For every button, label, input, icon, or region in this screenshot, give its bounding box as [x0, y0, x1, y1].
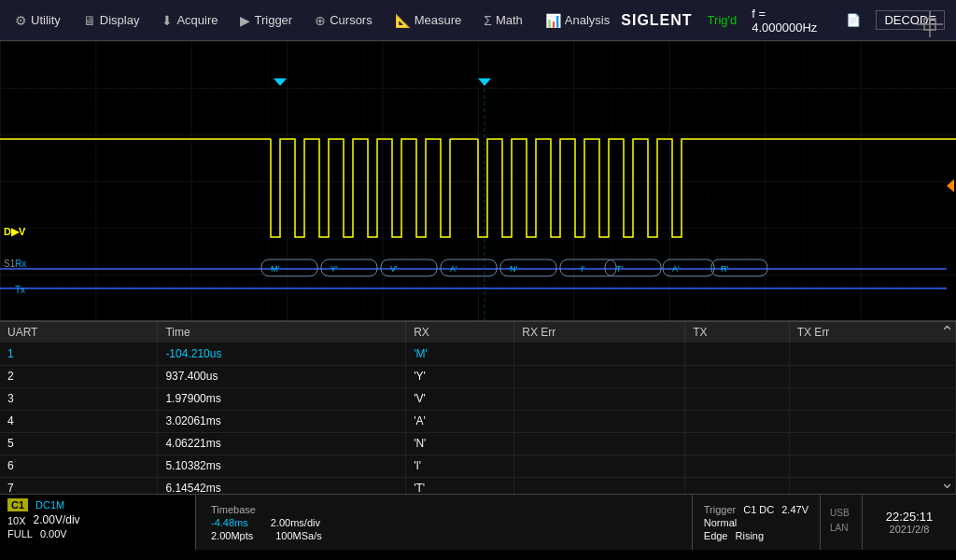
- page-icon: 📄: [846, 13, 861, 27]
- table-cell-3-1: 3.02061ms: [158, 410, 406, 432]
- table-cell-1-4: [685, 365, 790, 387]
- table-cell-2-4: [685, 387, 790, 410]
- menu-acquire[interactable]: ⬇ Acquire: [150, 9, 229, 32]
- menu-display[interactable]: 🖥 Display: [72, 9, 151, 32]
- ch1-full: FULL: [7, 528, 33, 539]
- svg-text:Tx: Tx: [15, 285, 25, 295]
- math-icon: Σ: [484, 13, 492, 28]
- table-cell-4-3: [514, 432, 685, 455]
- table-cell-5-5: [789, 455, 955, 477]
- freq-display: f = 4.000000Hz: [752, 7, 831, 35]
- table-cell-6-4: [685, 477, 790, 494]
- data-table-section: UART Time RX RX Err TX TX Err 1-104.210u…: [0, 321, 956, 494]
- table-cell-6-1: 6.14542ms: [158, 477, 406, 494]
- math-label: Math: [496, 13, 523, 27]
- ch1-crosshair: [913, 7, 947, 41]
- scroll-down-button[interactable]: ⌄: [940, 471, 954, 494]
- col-tx-err: TX Err: [789, 322, 955, 343]
- col-rx-err: RX Err: [514, 322, 685, 343]
- table-row: 54.06221ms'N': [0, 432, 956, 455]
- clock-area: 22:25:11 2021/2/8: [863, 495, 956, 550]
- ch1-coupling: DC1M: [35, 499, 64, 511]
- display-label: Display: [100, 13, 140, 27]
- svg-text:USB: USB: [830, 508, 850, 518]
- table-cell-2-2: 'V': [406, 387, 514, 410]
- table-cell-1-0: 2: [0, 365, 158, 387]
- cursors-label: Cursors: [330, 13, 373, 27]
- svg-text:A': A': [672, 264, 680, 273]
- svg-text:D▶V: D▶V: [4, 226, 26, 237]
- table-cell-3-0: 4: [0, 410, 158, 432]
- svg-text:I': I': [581, 264, 585, 273]
- connection-icons: USB LAN: [821, 495, 863, 550]
- trigger-mode: Normal: [704, 517, 737, 528]
- menu-measure[interactable]: 📐 Measure: [384, 9, 473, 32]
- trigger-level-label: C1 DC: [743, 504, 774, 515]
- table-cell-1-2: 'Y': [406, 365, 514, 387]
- table-cell-0-1: -104.210us: [158, 343, 406, 365]
- table-cell-5-3: [514, 455, 685, 477]
- data-table: UART Time RX RX Err TX TX Err 1-104.210u…: [0, 322, 956, 494]
- brand-name: SIGLENT: [621, 12, 692, 29]
- table-cell-0-2: 'M': [406, 343, 514, 365]
- table-cell-1-5: [789, 365, 955, 387]
- analysis-label: Analysis: [565, 13, 610, 27]
- table-cell-5-1: 5.10382ms: [158, 455, 406, 477]
- timebase-label: Timebase: [211, 504, 256, 515]
- table-row: 1-104.210us'M': [0, 343, 956, 365]
- table-cell-2-5: [789, 387, 955, 410]
- svg-text:T': T': [616, 264, 623, 273]
- table-cell-4-4: [685, 432, 790, 455]
- ch1-probe: 10X: [7, 515, 26, 526]
- svg-text:V': V': [390, 264, 398, 273]
- measure-icon: 📐: [395, 13, 411, 28]
- svg-text:Y': Y': [330, 264, 338, 273]
- table-row: 43.02061ms'A': [0, 410, 956, 432]
- utility-icon: ⚙: [15, 13, 27, 28]
- table-cell-2-0: 3: [0, 387, 158, 410]
- menu-analysis[interactable]: 📊 Analysis: [534, 9, 621, 32]
- scope-area: D▶V M' Y' V' A' N' I' T' A' R' S1 Rx: [0, 41, 956, 321]
- brand-area: SIGLENT Trig'd f = 4.000000Hz 📄 DECODE: [621, 7, 952, 35]
- table-cell-3-5: [789, 410, 955, 432]
- table-row: 31.97900ms'V': [0, 387, 956, 410]
- trigger-info: Trigger C1 DC 2.47V Normal Edge Rising: [693, 495, 821, 550]
- svg-text:LAN: LAN: [830, 523, 848, 533]
- scroll-up-button[interactable]: ⌃: [940, 322, 954, 343]
- svg-text:S1: S1: [4, 259, 16, 269]
- cursors-icon: ⊕: [315, 13, 326, 28]
- table-cell-0-0: 1: [0, 343, 158, 365]
- table-cell-0-5: [789, 343, 955, 365]
- svg-text:A': A': [450, 264, 457, 273]
- timebase-info: Timebase -4.48ms 2.00ms/div 2.00Mpts 100…: [196, 495, 693, 550]
- display-icon: 🖥: [83, 13, 96, 28]
- table-row: 76.14542ms'T': [0, 477, 956, 494]
- ch1-info: C1 DC1M 10X 2.00V/div FULL 0.00V: [0, 495, 196, 550]
- table-cell-6-5: [789, 477, 955, 494]
- col-rx: RX: [406, 322, 514, 343]
- menu-trigger[interactable]: ▶ Trigger: [229, 9, 303, 32]
- table-cell-4-0: 5: [0, 432, 158, 455]
- col-tx: TX: [685, 322, 790, 343]
- table-cell-0-3: [514, 343, 685, 365]
- table-cell-5-2: 'I': [406, 455, 514, 477]
- table-cell-3-3: [514, 410, 685, 432]
- timebase-samples: 2.00Mpts: [211, 530, 253, 541]
- ch1-badge: C1: [7, 498, 28, 511]
- table-cell-6-2: 'T': [406, 477, 514, 494]
- scope-grid: D▶V M' Y' V' A' N' I' T' A' R' S1 Rx: [0, 41, 956, 320]
- table-cell-5-0: 6: [0, 455, 158, 477]
- table-cell-4-1: 4.06221ms: [158, 432, 406, 455]
- table-row: 2937.400us'Y': [0, 365, 956, 387]
- table-cell-2-1: 1.97900ms: [158, 387, 406, 410]
- clock-time: 22:25:11: [886, 510, 934, 524]
- table-cell-3-2: 'A': [406, 410, 514, 432]
- table-cell-2-3: [514, 387, 685, 410]
- menu-utility[interactable]: ⚙ Utility: [4, 9, 72, 32]
- svg-text:M': M': [271, 264, 279, 273]
- table-cell-3-4: [685, 410, 790, 432]
- menu-cursors[interactable]: ⊕ Cursors: [303, 9, 384, 32]
- timebase-div: 2.00ms/div: [271, 517, 320, 528]
- menu-math[interactable]: Σ Math: [472, 9, 534, 32]
- trigger-label: Trigger: [254, 13, 292, 27]
